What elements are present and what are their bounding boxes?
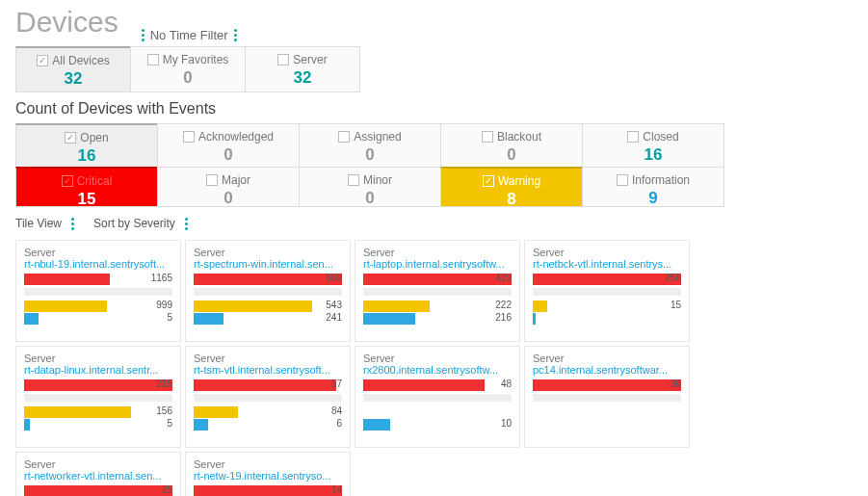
severity-filter-maj[interactable]: Major0 — [157, 167, 300, 207]
status-filter-label: Assigned — [354, 130, 401, 144]
metric-bar-red: 48 — [363, 379, 512, 391]
severity-filter-info[interactable]: Information9 — [582, 167, 724, 207]
device-filter-srv[interactable]: Server32 — [245, 46, 360, 92]
device-type: Server — [363, 352, 512, 364]
device-name-link[interactable]: rt-netw-19.internal.sentryso... — [194, 470, 342, 482]
device-name-link[interactable]: rt-datap-linux.internal.sentr... — [24, 364, 172, 376]
view-mode[interactable]: Tile View — [15, 217, 62, 230]
metric-bar-yellow — [533, 406, 681, 418]
severity-filter-warn[interactable]: Warning8 — [440, 167, 583, 207]
checkbox-icon[interactable] — [627, 131, 639, 143]
checkbox-icon[interactable] — [65, 132, 76, 144]
device-tile[interactable]: Serverrt-spectrum-win.internal.sen...669… — [185, 240, 351, 342]
status-filter-ack[interactable]: Acknowledged0 — [157, 123, 300, 168]
checkbox-icon[interactable] — [183, 131, 195, 143]
metric-bar-yellow: 15 — [533, 300, 681, 312]
severity-filter-count: 8 — [441, 190, 582, 209]
checkbox-icon[interactable] — [206, 174, 218, 186]
status-filter-label: Closed — [643, 130, 678, 144]
severity-filter-count: 15 — [16, 190, 157, 209]
metric-bar-blue: 6 — [194, 419, 342, 431]
section-title: Count of Devices with Events — [0, 92, 868, 123]
bar-separator — [24, 286, 172, 300]
device-filter-label: All Devices — [52, 54, 109, 67]
metric-value: 669 — [326, 273, 342, 283]
metric-bar-blue: 5 — [24, 419, 172, 431]
severity-filter-label: Critical — [77, 174, 113, 188]
device-tile[interactable]: Serverrt-nbul-19.internal.sentrysoft...1… — [15, 240, 181, 342]
checkbox-icon[interactable] — [348, 174, 359, 186]
metric-bar-red: 36 — [533, 379, 681, 391]
device-tile[interactable]: Serverrx2800.internal.sentrysoftw...4810 — [355, 346, 520, 448]
device-filter-fav[interactable]: My Favorites0 — [130, 46, 246, 92]
metric-bar-red: 57 — [194, 379, 342, 391]
severity-filter-min[interactable]: Minor0 — [299, 167, 441, 207]
status-filter-count: 0 — [300, 145, 440, 165]
device-tile[interactable]: Serverrt-tsm-vtl.internal.sentrysoft...5… — [185, 346, 351, 448]
device-tile[interactable]: Serverrt-networker-vtl.internal.sen...25… — [15, 452, 181, 496]
metric-bar-blue: 216 — [363, 313, 512, 325]
metric-bar-yellow: 84 — [194, 406, 342, 418]
device-filter-all[interactable]: All Devices32 — [15, 46, 131, 92]
device-type: Server — [194, 352, 342, 364]
severity-filter-count: 0 — [300, 189, 440, 208]
device-name-link[interactable]: rt-spectrum-win.internal.sen... — [194, 258, 342, 270]
device-name-link[interactable]: rx2800.internal.sentrysoftw... — [363, 364, 512, 376]
status-filter-label: Blackout — [497, 130, 541, 144]
checkbox-icon[interactable] — [277, 54, 289, 65]
metric-value: 5 — [167, 418, 172, 429]
checkbox-icon[interactable] — [617, 174, 628, 186]
device-name-link[interactable]: rt-nbul-19.internal.sentrysoft... — [24, 258, 172, 270]
metric-value: 156 — [156, 405, 172, 416]
status-filter-count: 0 — [441, 145, 582, 165]
metric-bar-red: 258 — [533, 274, 681, 285]
device-tile[interactable]: Serverpc14.internal.sentrysoftwar...36 — [524, 346, 690, 448]
device-type: Server — [363, 247, 512, 258]
device-tile[interactable]: Serverrt-datap-linux.internal.sentr...21… — [15, 346, 181, 448]
status-filter-assn[interactable]: Assigned0 — [299, 123, 441, 168]
bar-separator — [194, 286, 342, 300]
metric-bar-red: 669 — [194, 274, 342, 285]
device-name-link[interactable]: pc14.internal.sentrysoftwar... — [533, 364, 681, 376]
time-filter-menu-icon[interactable] — [142, 29, 145, 41]
device-name-link[interactable]: rt-netbck-vtl.internal.sentrys... — [533, 258, 681, 270]
metric-bar-yellow: 543 — [194, 300, 342, 312]
metric-value: 258 — [665, 273, 681, 283]
metric-value: 429 — [495, 273, 512, 283]
device-name-link[interactable]: rt-networker-vtl.internal.sen... — [24, 470, 172, 482]
sort-mode-menu-icon[interactable] — [185, 218, 188, 230]
bar-separator — [24, 392, 172, 405]
metric-value: 48 — [501, 379, 512, 389]
device-name-link[interactable]: rt-tsm-vtl.internal.sentrysoft... — [194, 364, 342, 376]
checkbox-icon[interactable] — [147, 54, 159, 65]
time-filter-label[interactable]: No Time Filter — [150, 28, 228, 42]
metric-bar-red: 25 — [24, 485, 172, 496]
device-filter-count: 32 — [246, 68, 359, 88]
status-filter-closed[interactable]: Closed16 — [582, 123, 724, 168]
checkbox-icon[interactable] — [338, 131, 350, 143]
metric-bar-yellow: 999 — [24, 300, 172, 312]
metric-value: 215 — [156, 379, 172, 389]
bar-separator — [533, 392, 681, 405]
time-filter-options-icon[interactable] — [234, 29, 237, 41]
metric-bar-blue: 5 — [24, 313, 172, 325]
view-mode-menu-icon[interactable] — [71, 218, 74, 230]
sort-mode[interactable]: Sort by Severity — [93, 217, 175, 230]
severity-filter-crit[interactable]: Critical15 — [15, 167, 158, 207]
device-tile[interactable]: Serverrt-laptop.internal.sentrysoftw...4… — [355, 240, 520, 342]
checkbox-icon[interactable] — [62, 175, 73, 187]
checkbox-icon[interactable] — [37, 55, 48, 66]
device-name-link[interactable]: rt-laptop.internal.sentrysoftw... — [363, 258, 512, 270]
bar-separator — [533, 286, 681, 300]
device-tile[interactable]: Serverrt-netbck-vtl.internal.sentrys...2… — [524, 240, 690, 342]
device-filter-label: Server — [293, 53, 327, 66]
device-tile[interactable]: Serverrt-netw-19.internal.sentryso...14 — [185, 452, 351, 496]
checkbox-icon[interactable] — [482, 131, 493, 143]
checkbox-icon[interactable] — [483, 175, 494, 187]
metric-value: 36 — [671, 379, 681, 389]
device-type: Server — [24, 247, 172, 258]
status-filter-black[interactable]: Blackout0 — [440, 123, 583, 168]
metric-value: 1165 — [151, 273, 172, 283]
page-title: Devices — [15, 6, 118, 39]
status-filter-open[interactable]: Open16 — [15, 123, 158, 168]
